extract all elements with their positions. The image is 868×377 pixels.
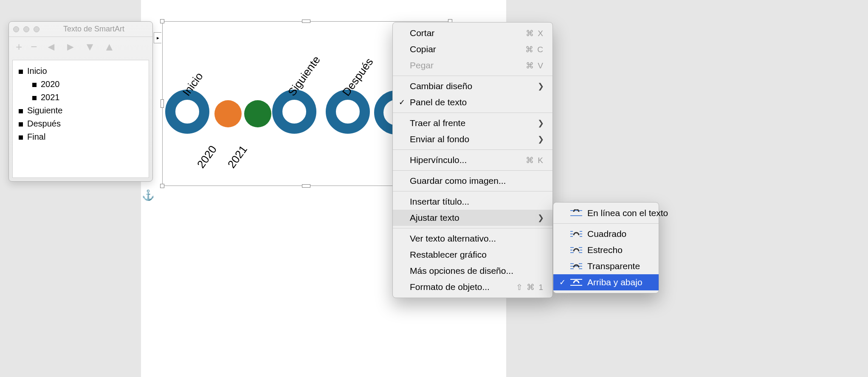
wrap-tight[interactable]: Estrecho [553,242,659,258]
wrap-tight-icon [570,246,582,254]
wrap-top-bottom[interactable]: ✓ Arriba y abajo [553,274,659,290]
svg-rect-11 [580,250,582,250]
list-item: 2020 [19,78,143,91]
svg-rect-2 [570,231,573,232]
svg-rect-17 [570,268,574,269]
list-item: 2021 [19,91,143,104]
chevron-right-icon: ❯ [521,82,544,91]
menu-wrap-text[interactable]: Ajustar texto❯ [393,210,552,226]
chevron-right-icon: ❯ [521,213,544,222]
svg-rect-14 [570,263,574,264]
indent-icon[interactable]: ► [65,41,76,52]
wrap-square[interactable]: Cuadrado [553,226,659,242]
wrap-inline[interactable]: En línea con el texto [553,205,659,221]
menu-separator [393,228,552,228]
svg-rect-9 [579,247,582,248]
svg-rect-16 [570,266,582,267]
menu-copy[interactable]: Copiar⌘ C [393,41,552,57]
svg-rect-8 [570,247,574,248]
list-item: Final [19,130,143,143]
node-label: 2020 [194,143,220,171]
remove-icon[interactable]: − [31,41,37,52]
svg-rect-6 [570,236,573,237]
svg-rect-7 [580,236,582,237]
svg-rect-12 [570,252,574,253]
check-icon: ✓ [399,98,405,107]
svg-rect-10 [570,250,572,250]
menu-separator [393,76,552,76]
window-controls [13,26,39,32]
svg-rect-5 [580,234,582,234]
menu-text-panel[interactable]: ✓Panel de texto [393,94,552,110]
wrap-top-bottom-icon [570,278,582,287]
svg-rect-4 [570,234,573,234]
expand-text-panel-icon[interactable]: ▸ [154,32,161,43]
add-icon[interactable]: + [16,41,22,52]
wrap-text-submenu: En línea con el texto Cuadrado Estrecho … [553,202,659,293]
menu-save-image[interactable]: Guardar como imagen... [393,173,552,189]
move-down-icon[interactable]: ▼ [85,41,96,52]
list-item: Después [19,117,143,130]
svg-rect-1 [570,215,582,216]
outdent-icon[interactable]: ◄ [45,41,56,52]
menu-change-design[interactable]: Cambiar diseño❯ [393,78,552,94]
svg-rect-18 [579,268,582,269]
menu-separator [393,113,552,113]
menu-cut[interactable]: Cortar⌘ X [393,25,552,41]
smartart-text-panel: Texto de SmartArt + − ◄ ► ▼ ▲ Inicio 202… [8,21,153,182]
smartart-outline[interactable]: Inicio 2020 2021 Siguiente Después Final [12,60,149,178]
chevron-right-icon: ❯ [521,118,544,128]
menu-format-object[interactable]: Formato de objeto...⇧ ⌘ 1 [393,279,552,295]
wrap-through-icon [570,262,582,270]
wrap-inline-icon [570,209,582,217]
list-item: Siguiente [19,104,143,117]
list-item: Inicio [19,65,143,78]
menu-separator [393,149,552,150]
chevron-right-icon: ❯ [521,135,544,144]
panel-title: Texto de SmartArt [39,25,148,34]
check-icon: ✓ [559,278,566,287]
minimize-icon[interactable] [23,26,29,32]
menu-send-back[interactable]: Enviar al fondo❯ [393,131,552,147]
menu-insert-title[interactable]: Insertar título... [393,194,552,210]
menu-separator [393,191,552,191]
close-icon[interactable] [13,26,19,32]
svg-rect-19 [570,279,582,280]
menu-reset-graphic[interactable]: Restablecer gráfico [393,247,552,263]
wrap-through[interactable]: Transparente [553,258,659,274]
anchor-icon: ⚓ [142,189,155,201]
svg-rect-13 [579,252,582,253]
menu-bring-front[interactable]: Traer al frente❯ [393,115,552,131]
move-up-icon[interactable]: ▲ [104,41,115,52]
menu-alt-text[interactable]: Ver texto alternativo... [393,231,552,247]
wrap-square-icon [570,230,582,238]
menu-hyperlink[interactable]: Hipervínculo...⌘ K [393,152,552,168]
menu-paste[interactable]: Pegar⌘ V [393,57,552,73]
menu-separator [393,170,552,171]
menu-more-layout[interactable]: Más opciones de diseño... [393,263,552,279]
smartart-subnode[interactable] [214,100,242,127]
menu-separator [553,223,659,224]
svg-rect-20 [570,285,582,286]
zoom-icon[interactable] [34,26,39,32]
smartart-subnode[interactable] [244,100,271,127]
svg-rect-3 [580,231,582,232]
svg-rect-15 [579,263,582,264]
node-label: 2021 [225,143,250,171]
context-menu: Cortar⌘ X Copiar⌘ C Pegar⌘ V Cambiar dis… [392,22,553,298]
svg-rect-0 [570,210,582,211]
panel-toolbar: + − ◄ ► ▼ ▲ [9,37,152,56]
panel-titlebar[interactable]: Texto de SmartArt [9,22,152,37]
